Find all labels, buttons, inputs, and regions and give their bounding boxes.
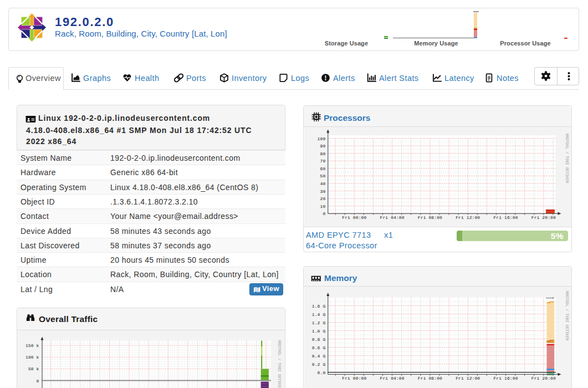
svg-text:RRDTOOL / TOBI OETIKER: RRDTOOL / TOBI OETIKER — [565, 134, 569, 183]
svg-text:100 k: 100 k — [25, 355, 39, 360]
svg-text:RRDTOOL / TOBI OETIKER: RRDTOOL / TOBI OETIKER — [277, 340, 281, 388]
svg-text:0.8 G: 0.8 G — [312, 337, 326, 342]
svg-text:80: 80 — [320, 151, 325, 156]
svg-text:150 k: 150 k — [25, 343, 39, 348]
svg-text:Fri 00:00: Fri 00:00 — [342, 215, 366, 220]
svg-text:0.6 G: 0.6 G — [312, 345, 326, 350]
svg-text:0.0: 0.0 — [318, 370, 326, 375]
svg-text:Fri 16:00: Fri 16:00 — [493, 215, 518, 220]
svg-text:Fri 08:00: Fri 08:00 — [418, 376, 442, 381]
svg-text:1.4 G: 1.4 G — [312, 312, 326, 317]
svg-text:Fri 20:00: Fri 20:00 — [531, 376, 556, 381]
svg-text:0: 0 — [323, 211, 325, 216]
svg-text:50 k: 50 k — [28, 366, 39, 371]
svg-text:1.6 G: 1.6 G — [312, 304, 326, 309]
svg-text:0.4 G: 0.4 G — [312, 354, 326, 359]
svg-text:40: 40 — [320, 181, 325, 186]
svg-text:Fri 12:00: Fri 12:00 — [456, 215, 480, 220]
svg-text:Fri 12:00: Fri 12:00 — [456, 376, 480, 381]
svg-text:1.2 G: 1.2 G — [312, 320, 326, 325]
svg-text:10: 10 — [320, 204, 325, 209]
svg-text:Fri 16:00: Fri 16:00 — [493, 376, 518, 381]
svg-text:60: 60 — [320, 166, 325, 171]
svg-text:1.0 G: 1.0 G — [312, 329, 326, 334]
svg-text:Fri 20:00: Fri 20:00 — [531, 215, 556, 220]
svg-text:20: 20 — [320, 196, 325, 201]
svg-text:50: 50 — [320, 173, 325, 178]
svg-text:70: 70 — [320, 159, 325, 164]
svg-text:Fri 08:00: Fri 08:00 — [418, 215, 442, 220]
svg-text:0: 0 — [37, 379, 39, 384]
svg-text:Fri 04:00: Fri 04:00 — [380, 215, 405, 220]
svg-text:Fri 00:00: Fri 00:00 — [342, 376, 366, 381]
svg-text:RRDTOOL / TOBI OETIKER: RRDTOOL / TOBI OETIKER — [565, 291, 569, 340]
svg-text:Fri 04:00: Fri 04:00 — [380, 376, 405, 381]
svg-text:0.2 G: 0.2 G — [312, 362, 326, 367]
svg-text:30: 30 — [320, 189, 325, 194]
svg-text:100: 100 — [318, 136, 326, 141]
svg-text:90: 90 — [320, 144, 325, 149]
